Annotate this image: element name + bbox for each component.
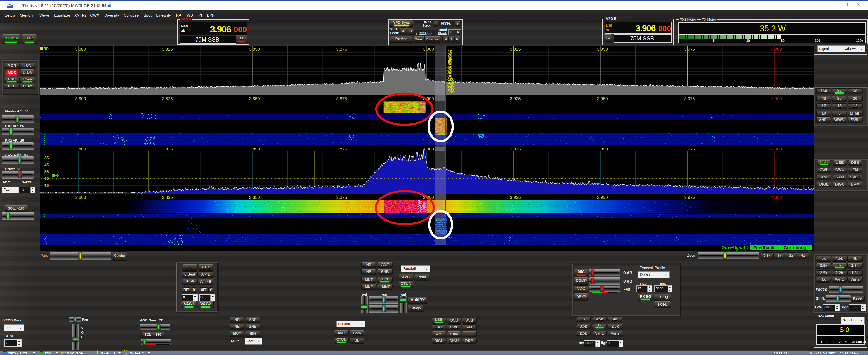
svg-text:3.850: 3.850 — [249, 147, 260, 151]
svg-text:4.000: 4.000 — [771, 147, 782, 151]
svg-text:3.975: 3.975 — [684, 195, 695, 200]
svg-text:-75: -75 — [43, 183, 49, 188]
svg-text:3.975: 3.975 — [684, 96, 695, 101]
svg-text:3.975: 3.975 — [684, 147, 695, 151]
svg-text:3.800: 3.800 — [75, 195, 86, 200]
svg-text:3.925: 3.925 — [510, 47, 521, 52]
svg-text:30: 30 — [43, 46, 49, 51]
svg-text:-140: -140 — [446, 89, 455, 94]
svg-text:3.950: 3.950 — [597, 96, 608, 101]
svg-text:-G: -G — [55, 174, 59, 177]
svg-text:3.825: 3.825 — [162, 195, 173, 200]
svg-text:3.925: 3.925 — [510, 96, 521, 101]
svg-text:-55: -55 — [43, 170, 49, 174]
svg-text:3.875: 3.875 — [336, 147, 347, 151]
svg-text:3.950: 3.950 — [597, 47, 608, 52]
svg-text:3.825: 3.825 — [162, 147, 173, 151]
svg-text:3.975: 3.975 — [684, 47, 695, 52]
svg-text:3.925: 3.925 — [510, 147, 521, 151]
svg-text:-45: -45 — [43, 163, 49, 167]
svg-text:3.825: 3.825 — [162, 96, 173, 101]
svg-text:3.925: 3.925 — [510, 195, 521, 200]
svg-text:-35: -35 — [43, 156, 49, 160]
svg-text:4.000: 4.000 — [771, 96, 782, 101]
svg-text:3.900: 3.900 — [423, 47, 434, 52]
svg-text:4.000: 4.000 — [771, 47, 782, 52]
svg-text:PureSignal 2: PureSignal 2 — [721, 245, 749, 250]
svg-text:3.800: 3.800 — [75, 47, 86, 52]
svg-text:3.850: 3.850 — [249, 47, 260, 52]
svg-text:3.800: 3.800 — [75, 147, 86, 151]
svg-text:Correcting: Correcting — [783, 245, 806, 250]
svg-text:3.875: 3.875 — [336, 47, 347, 52]
svg-text:Feedback: Feedback — [753, 245, 775, 250]
svg-text:3.950: 3.950 — [597, 147, 608, 151]
svg-text:3.850: 3.850 — [249, 96, 260, 101]
svg-text:4.000: 4.000 — [771, 195, 782, 200]
svg-text:3.800: 3.800 — [75, 96, 86, 101]
svg-text:-65: -65 — [43, 176, 49, 181]
svg-text:3.875: 3.875 — [336, 96, 347, 101]
svg-text:3.825: 3.825 — [162, 47, 173, 52]
svg-text:3.850: 3.850 — [249, 195, 260, 200]
svg-text:3.950: 3.950 — [597, 195, 608, 200]
svg-text:3.875: 3.875 — [336, 195, 347, 200]
